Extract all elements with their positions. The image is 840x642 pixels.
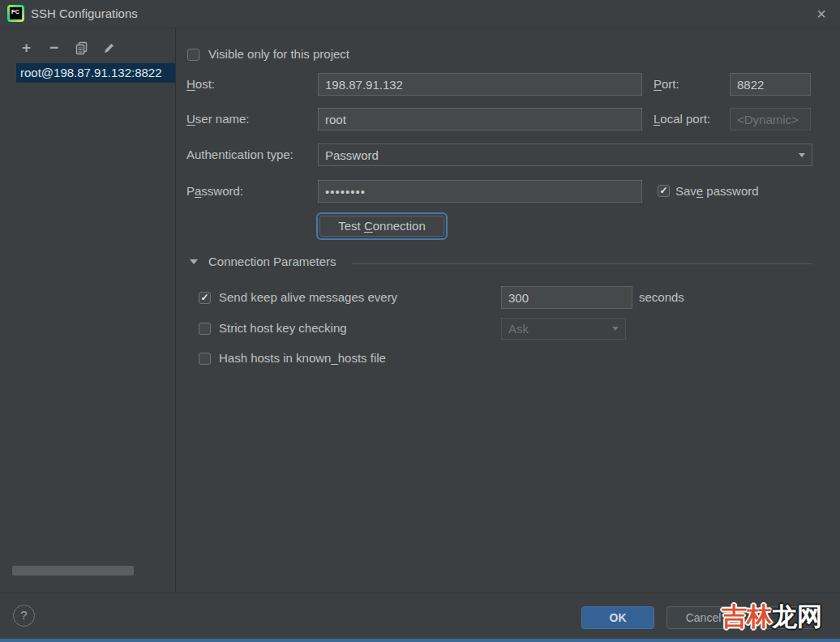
check-icon: ✓ [199,293,210,303]
user-name-input[interactable] [318,108,642,131]
chevron-down-icon [799,153,805,157]
visible-only-label: Visible only for this project [208,43,349,66]
port-label: Port: [654,73,679,96]
save-password-checkbox[interactable]: ✓ [658,185,670,197]
test-connection-focus-ring: Test Connection [316,212,448,240]
window-title: SSH Configurations [31,0,138,28]
host-input[interactable] [318,73,642,96]
strict-host-checkbox[interactable]: ✓ [199,323,211,335]
hash-hosts-label: Hash hosts in known_hosts file [219,347,386,370]
ssh-config-list-item[interactable]: root@198.87.91.132:8822 [16,63,175,83]
close-icon[interactable]: × [811,3,832,24]
window-bottom-accent [0,639,840,642]
title-bar: PC SSH Configurations × [0,0,840,28]
add-icon[interactable]: + [19,41,33,55]
strict-host-value: Ask [508,322,529,336]
check-icon: ✓ [658,186,669,196]
edit-pencil-icon[interactable] [102,41,116,55]
copy-icon[interactable] [75,41,88,55]
auth-type-select[interactable]: Password [318,143,812,166]
footer-divider [0,593,840,593]
visible-only-checkbox[interactable]: ✓ [187,49,199,61]
keep-alive-label: Send keep alive messages every [219,286,397,309]
host-label: Host: [186,73,215,96]
password-label: Password: [186,180,243,203]
collapse-arrow-icon[interactable] [190,259,198,264]
help-icon[interactable]: ? [13,605,35,627]
pycharm-logo-text: PC [10,7,22,19]
watermark-part2: 龙网 [772,601,822,631]
ok-button[interactable]: OK [581,606,654,629]
port-input[interactable] [730,73,811,96]
password-input[interactable] [318,180,642,203]
ssh-configurations-dialog: PC SSH Configurations × + − root@198.87.… [0,0,840,642]
keep-alive-checkbox[interactable]: ✓ [199,292,211,304]
strict-host-label: Strict host key checking [219,317,347,340]
configurations-list-panel: + − root@198.87.91.132:8822 [0,28,176,593]
chevron-down-icon [612,327,619,331]
watermark: 吉林龙网 [722,600,822,634]
section-divider [352,263,812,264]
auth-type-value: Password [325,148,379,162]
local-port-input[interactable] [730,108,811,131]
save-password-label: Save password [675,180,759,203]
seconds-label: seconds [639,286,684,309]
keep-alive-seconds-input[interactable] [501,286,632,309]
test-connection-button[interactable]: Test Connection [319,216,444,237]
list-toolbar: + − [19,41,116,55]
hash-hosts-checkbox[interactable]: ✓ [199,353,211,365]
user-name-label: User name: [186,108,250,131]
auth-type-label: Authentication type: [186,143,294,166]
watermark-part1: 吉林 [722,601,772,631]
horizontal-scrollbar[interactable] [12,566,134,576]
pycharm-logo-icon: PC [7,5,24,22]
strict-host-select: Ask [501,318,626,340]
local-port-label: Local port: [654,108,710,131]
remove-icon[interactable]: − [47,41,61,55]
connection-parameters-title[interactable]: Connection Parameters [208,252,336,272]
